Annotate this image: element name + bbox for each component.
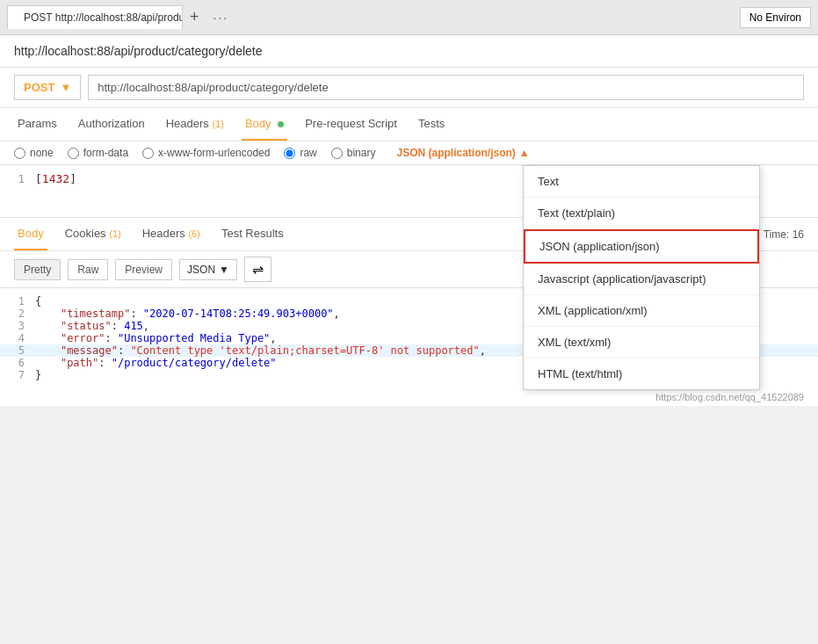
format-pretty-button[interactable]: Pretty	[14, 259, 61, 280]
resp-tab-headers[interactable]: Headers (6)	[139, 218, 204, 250]
content-type-selector[interactable]: JSON (application/json) ▲	[396, 147, 529, 159]
body-active-dot	[278, 121, 284, 127]
bracket-close: ]	[69, 172, 76, 185]
editor-container: 1 [1432] Text Text (text/plain) JSON (ap…	[0, 165, 818, 218]
dropdown-item-text[interactable]: Text	[524, 166, 759, 198]
content-type-dropdown: Text Text (text/plain) JSON (application…	[523, 165, 760, 390]
request-bar: POST ▼	[0, 68, 818, 108]
new-tab-button[interactable]: +	[183, 8, 206, 26]
body-type-raw[interactable]: raw	[284, 147, 316, 159]
tab-params[interactable]: Params	[14, 108, 61, 141]
resp-tab-cookies[interactable]: Cookies (1)	[62, 218, 125, 250]
body-type-form-data[interactable]: form-data	[68, 147, 128, 159]
chevron-up-icon: ▲	[519, 147, 530, 159]
tab-label: POST http://localhost:88/api/produ...	[24, 11, 183, 24]
url-input[interactable]	[88, 75, 804, 100]
response-time: Time: 16	[764, 228, 804, 241]
dropdown-item-text-plain[interactable]: Text (text/plain)	[524, 198, 759, 229]
request-title: http://localhost:88/api/product/category…	[0, 35, 818, 68]
tab-tests[interactable]: Tests	[415, 108, 448, 141]
tab-authorization[interactable]: Authorization	[75, 108, 148, 141]
tab-body[interactable]: Body	[242, 108, 287, 141]
body-type-binary[interactable]: binary	[331, 147, 376, 159]
dropdown-item-xml-text[interactable]: XML (text/xml)	[524, 327, 759, 358]
active-tab[interactable]: POST http://localhost:88/api/produ...	[7, 5, 183, 29]
dropdown-item-json[interactable]: JSON (application/json)	[524, 229, 759, 264]
method-selector[interactable]: POST ▼	[14, 75, 81, 100]
more-tabs-button[interactable]: ···	[206, 11, 236, 25]
resp-tab-test-results[interactable]: Test Results	[218, 218, 287, 250]
chevron-down-icon: ▼	[219, 264, 229, 276]
wrap-lines-button[interactable]: ⇌	[244, 257, 271, 282]
tab-headers[interactable]: Headers (1)	[163, 108, 228, 141]
method-label: POST	[24, 81, 54, 94]
dropdown-item-javascript[interactable]: Javascript (application/javascript)	[524, 264, 759, 295]
body-type-none[interactable]: none	[14, 147, 54, 159]
tab-pre-request-script[interactable]: Pre-request Script	[301, 108, 401, 141]
body-type-urlencoded[interactable]: x-www-form-urlencoded	[142, 147, 270, 159]
dropdown-item-html[interactable]: HTML (text/html)	[524, 358, 759, 389]
method-chevron-icon: ▼	[60, 81, 71, 94]
bracket-open: [	[35, 172, 42, 185]
environment-selector[interactable]: No Environ	[740, 7, 811, 28]
format-preview-button[interactable]: Preview	[115, 259, 172, 280]
response-type-selector[interactable]: JSON ▼	[179, 259, 237, 280]
tab-bar: POST http://localhost:88/api/produ... + …	[0, 0, 818, 35]
dropdown-item-xml-app[interactable]: XML (application/xml)	[524, 295, 759, 327]
format-raw-button[interactable]: Raw	[68, 259, 108, 280]
resp-tab-body[interactable]: Body	[14, 218, 47, 250]
footer-url: https://blog.csdn.net/qq_41522089	[0, 388, 818, 406]
request-tabs: Params Authorization Headers (1) Body Pr…	[0, 108, 818, 141]
body-type-bar: none form-data x-www-form-urlencoded raw…	[0, 141, 818, 165]
